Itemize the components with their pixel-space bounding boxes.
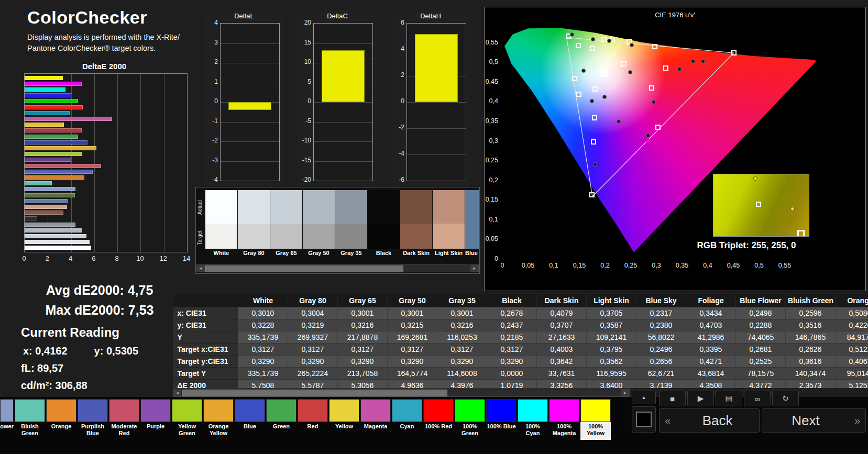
swatch-label: Light Skin [433,249,465,258]
loop-button[interactable]: ∞ [744,391,771,406]
cie-target-marker [601,37,607,42]
pattern-button-purple[interactable]: Purple [140,399,171,440]
deltaL-gridline [221,141,279,142]
next-button[interactable]: Next » [762,408,866,433]
table-cell: 0,3219 [288,319,338,331]
swatch-column-gray-65: Gray 65 [270,190,302,258]
pattern-button-100-blue[interactable]: 100% Blue [486,399,517,440]
pattern-button-100-yellow[interactable]: 100% Yellow [580,399,611,440]
deltae-bar-cyan [25,111,70,115]
deltaL-tick-label: -2 [204,137,218,144]
table-cell: 0,2498 [736,307,786,319]
deltae-bar-blue [25,140,87,145]
deltae-bar-row [25,157,187,163]
pattern-label: Cyan [392,422,422,440]
cie-y-tick-label: 0,25 [486,157,498,164]
pattern-label: Purple [140,422,171,440]
table-cell: 116,0253 [437,331,487,344]
pattern-button-yellow[interactable]: Yellow [329,399,359,440]
pattern-swatch [0,399,14,422]
swatch-target [205,224,237,249]
swatch-scrollbar-thumb[interactable] [205,265,403,272]
table-cell: 0,5080 [836,307,868,319]
pattern-button-yellow-green[interactable]: Yellow Green [172,399,202,440]
pattern-button-blue[interactable]: Blue [235,399,265,440]
table-cell: 0,3228 [238,319,288,331]
pattern-button-strip: Blue FlowerBluish GreenOrangePurplish Bl… [0,399,611,440]
pattern-button-100-green[interactable]: 100% Green [455,399,485,440]
pattern-button-bluish-green[interactable]: Bluish Green [15,399,45,440]
table-cell: 335,1739 [238,331,288,344]
pattern-swatch [360,399,391,422]
swatch-scrollbar[interactable]: ◄ ► [196,264,479,272]
scroll-left-icon[interactable]: ◄ [197,265,205,272]
table-cell: 265,2224 [288,368,338,380]
pattern-swatch [140,399,171,422]
deltae-bar-orange [25,175,84,180]
cie-x-tick-label: 0,5 [754,262,763,269]
eject-button[interactable]: ▲ [632,391,656,404]
cie-target-marker [592,86,598,92]
table-cell: 0,3127 [288,344,338,356]
subtitle-line1: Display analysis is performed with the X… [27,32,180,43]
stats-block: Avg dE2000: 4,75 Max dE2000: 7,53 Curren… [16,283,183,397]
table-cell: 0,3795 [587,344,636,356]
pattern-button-cyan[interactable]: Cyan [392,399,422,440]
cie-diagram-title: CIE 1976 u'v' [485,11,865,19]
pattern-label: Blue Flower [0,422,14,440]
pattern-window-toggle-button[interactable] [632,406,656,433]
pattern-label: Purplish Blue [78,422,108,440]
deltaL-gridline [221,43,279,44]
table-col-header: Gray 50 [388,294,437,307]
table-cell: 0,2288 [736,319,786,331]
pattern-button-orange-yellow[interactable]: Orange Yellow [203,399,234,440]
swatch-label: Dark Skin [400,249,432,258]
pattern-button-100-cyan[interactable]: 100% Cyan [518,399,548,440]
swatch-actual [270,190,302,224]
deltaC-tick-label: -15 [298,157,311,164]
cie-target-marker [576,92,581,97]
pattern-button-blue-flower[interactable]: Blue Flower [0,399,14,440]
table-col-header: Blue Flower [736,294,786,307]
deltaL-tick-label: 4 [204,19,218,26]
pattern-button-100-red[interactable]: 100% Red [423,399,454,440]
deltae-bar-gray-65 [25,234,86,238]
table-scrollbar-thumb[interactable] [182,390,447,396]
swatch-actual [368,190,400,224]
scroll-left-icon[interactable]: ◄ [173,389,181,396]
deltaC-tick-label: -20 [298,176,311,183]
cie-target-marker [621,61,627,67]
table-scrollbar[interactable]: ◄ ► [173,389,630,397]
pattern-button-green[interactable]: Green [266,399,296,440]
deltae-bar-bluish-green [25,181,52,185]
cie-measurement-marker [701,59,705,63]
deltae-bar-row [25,145,187,151]
pattern-button-100-magenta[interactable]: 100% Magenta [549,399,579,440]
table-cell: 5,7508 [238,380,288,389]
scroll-right-icon[interactable]: ► [470,265,478,272]
table-cell: 0,2681 [736,344,786,356]
table-col-header: Bluish Green [786,294,836,307]
cie-target-marker [652,44,657,49]
table-cell: 0,3216 [338,319,388,331]
pattern-button-magenta[interactable]: Magenta [360,399,391,440]
deltaL-gridline [221,83,279,83]
scroll-right-icon[interactable]: ► [621,389,629,396]
pattern-button-red[interactable]: Red [298,399,328,440]
back-button[interactable]: « Back [659,408,760,433]
play-button[interactable]: ▶ [687,391,714,406]
save-button[interactable]: ▤ [716,391,742,406]
table-cell: 217,8878 [338,331,388,344]
pattern-button-purplish-blue[interactable]: Purplish Blue [78,399,108,440]
deltae-bar-row [25,86,187,92]
pattern-label: Green [266,422,296,440]
deltaC-gridline [314,102,372,103]
refresh-button[interactable]: ↻ [772,391,799,406]
deltae-bar-yellow [25,123,64,127]
stop-button[interactable]: ■ [659,391,686,406]
cie-measurement-marker [630,43,634,47]
pattern-button-moderate-red[interactable]: Moderate Red [109,399,139,440]
pattern-button-orange[interactable]: Orange [46,399,76,440]
deltaL-chart-panel: DeltaL 43210-1-2-3-4 [204,10,284,189]
cie-measurement-marker [628,70,632,74]
